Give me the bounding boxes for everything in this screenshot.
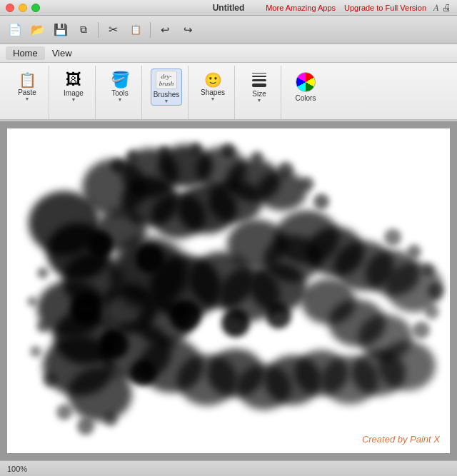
- ribbon: 📋 Paste ▼ 🖼 Image ▼ 🪣 Tools ▼ dry-brush …: [0, 63, 457, 120]
- svg-point-59: [104, 412, 118, 427]
- brushes-ribbon-label: Brushes: [154, 91, 180, 98]
- svg-point-64: [130, 360, 156, 386]
- svg-point-55: [30, 346, 41, 358]
- font-icon: 𝐴: [433, 2, 439, 14]
- copy-button[interactable]: ⧉: [73, 20, 94, 40]
- shapes-ribbon-label: Shapes: [201, 88, 225, 96]
- traffic-lights: [6, 4, 40, 12]
- close-button[interactable]: [6, 4, 14, 12]
- shapes-ribbon-button[interactable]: 🙂 Shapes ▼: [197, 69, 228, 106]
- upgrade-button[interactable]: Upgrade to Full Version: [340, 4, 431, 12]
- paste-arrow-icon: ▼: [25, 96, 30, 101]
- title-icons: 𝐴 🖨: [433, 2, 451, 14]
- title-bar-right: More Amazing Apps Upgrade to Full Versio…: [261, 2, 451, 14]
- brushes-ribbon-button[interactable]: dry-brush Brushes ▼: [151, 69, 182, 106]
- ribbon-group-shapes: 🙂 Shapes ▼: [191, 66, 235, 119]
- toolbar: 📄 📂 💾 ⧉ ✂ 📋 ↩ ↪: [0, 16, 457, 44]
- svg-point-46: [384, 229, 401, 246]
- brushes-ribbon-icon: dry-brush: [156, 71, 177, 89]
- ribbon-group-colors: Colors: [284, 66, 327, 119]
- tools-ribbon-label: Tools: [111, 89, 128, 97]
- svg-point-75: [358, 315, 413, 360]
- print-icon: 🖨: [442, 2, 451, 13]
- ribbon-group-brushes: dry-brush Brushes ▼: [145, 66, 189, 119]
- paint-drawing: [7, 128, 450, 453]
- colors-ribbon-label: Colors: [296, 94, 316, 102]
- cut-button[interactable]: ✂: [102, 20, 124, 40]
- maximize-button[interactable]: [31, 4, 40, 12]
- svg-point-47: [407, 245, 421, 259]
- svg-point-51: [413, 322, 430, 339]
- image-ribbon-button[interactable]: 🖼 Image ▼: [58, 69, 89, 106]
- toolbar-separator-2: [150, 22, 151, 38]
- image-arrow-icon: ▼: [71, 97, 76, 102]
- window-title: Untitled: [213, 3, 245, 13]
- colors-ribbon-button[interactable]: Colors: [290, 69, 321, 106]
- menu-home[interactable]: Home: [6, 46, 45, 60]
- paste-clipboard-button[interactable]: 📋: [125, 20, 146, 40]
- paste-ribbon-icon: 📋: [19, 73, 36, 87]
- svg-point-58: [77, 418, 94, 435]
- size-ribbon-label: Size: [252, 90, 266, 98]
- canvas[interactable]: Created by Paint X: [7, 128, 450, 453]
- watermark: Created by Paint X: [362, 434, 440, 445]
- svg-point-66: [221, 309, 250, 338]
- svg-point-49: [428, 283, 443, 299]
- tools-arrow-icon: ▼: [118, 97, 123, 102]
- menu-bar: Home View: [0, 44, 457, 63]
- svg-point-52: [37, 268, 49, 279]
- svg-point-39: [158, 146, 171, 158]
- redo-button[interactable]: ↪: [177, 20, 199, 40]
- svg-point-56: [43, 373, 57, 388]
- tools-ribbon-icon: 🪣: [111, 72, 130, 88]
- paste-ribbon-label: Paste: [18, 88, 36, 96]
- status-bar: 100%: [0, 460, 457, 476]
- shapes-arrow-icon: ▼: [211, 96, 216, 101]
- svg-point-5: [257, 171, 307, 211]
- svg-point-41: [221, 143, 236, 158]
- svg-point-37: [111, 159, 125, 173]
- minimize-button[interactable]: [19, 4, 27, 12]
- more-apps-button[interactable]: More Amazing Apps: [261, 4, 340, 12]
- svg-point-53: [27, 297, 37, 307]
- svg-point-50: [425, 305, 439, 320]
- undo-button[interactable]: ↩: [154, 20, 176, 40]
- image-ribbon-icon: 🖼: [66, 72, 81, 88]
- svg-point-45: [313, 194, 329, 210]
- new-button[interactable]: 📄: [4, 20, 26, 40]
- ribbon-group-size: Size ▼: [238, 66, 281, 119]
- svg-point-63: [100, 330, 129, 359]
- svg-point-70: [137, 300, 191, 347]
- title-bar: Untitled More Amazing Apps Upgrade to Fu…: [0, 0, 457, 16]
- ribbon-group-image: 🖼 Image ▼: [52, 66, 96, 119]
- tools-ribbon-button[interactable]: 🪣 Tools ▼: [104, 69, 136, 106]
- size-arrow-icon: ▼: [257, 98, 262, 103]
- svg-point-61: [136, 245, 164, 273]
- svg-point-68: [96, 209, 146, 252]
- svg-point-48: [422, 263, 435, 276]
- menu-view[interactable]: View: [45, 46, 79, 60]
- ribbon-group-tools: 🪣 Tools ▼: [99, 66, 142, 119]
- save-button[interactable]: 💾: [50, 20, 71, 40]
- svg-point-62: [70, 293, 101, 325]
- svg-point-40: [191, 143, 202, 154]
- svg-point-72: [264, 236, 321, 283]
- svg-point-44: [300, 177, 314, 191]
- image-ribbon-label: Image: [64, 89, 84, 97]
- main-content: Created by Paint X: [0, 121, 457, 460]
- zoom-level: 100%: [7, 465, 27, 473]
- svg-point-43: [278, 162, 293, 178]
- svg-point-57: [56, 405, 72, 420]
- open-button[interactable]: 📂: [27, 20, 49, 40]
- svg-point-42: [251, 151, 263, 164]
- svg-point-38: [126, 150, 138, 161]
- brushes-arrow-icon: ▼: [164, 98, 169, 103]
- colors-ribbon-icon: [296, 72, 316, 92]
- toolbar-separator-1: [98, 22, 99, 38]
- svg-point-54: [36, 320, 49, 333]
- shapes-ribbon-icon: 🙂: [204, 73, 222, 87]
- paste-ribbon-button[interactable]: 📋 Paste ▼: [11, 69, 43, 106]
- svg-point-16: [209, 181, 263, 223]
- size-ribbon-button[interactable]: Size ▼: [243, 69, 275, 106]
- ribbon-group-paste: 📋 Paste ▼: [6, 66, 49, 119]
